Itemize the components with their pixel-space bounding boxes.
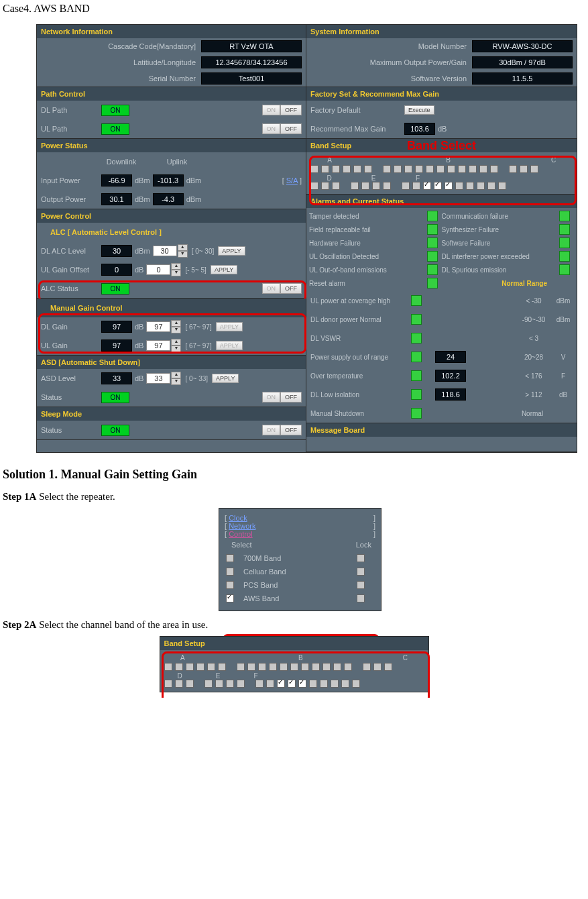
sw-label: Software Version: [411, 74, 467, 83]
status-indicator: [411, 295, 422, 306]
alarm-row-range: 20~28: [514, 354, 554, 361]
power-status-header: Power Status: [37, 139, 306, 152]
rmg-label: Recommend Max Gain: [310, 125, 404, 133]
ul-path-label: UL Path: [41, 125, 101, 133]
manual-shutdown-label: Manual Shutdown: [310, 410, 411, 417]
asd-off-button[interactable]: OFF: [280, 392, 302, 403]
output-power-label: Output Power: [41, 195, 101, 203]
power-control-header: Power Control: [37, 209, 306, 223]
status-indicator: [559, 264, 570, 275]
mop-label: Maximum Output Power/Gain: [370, 58, 467, 66]
step-1a-label: Step 1A: [3, 491, 36, 502]
ul-path-off-button[interactable]: OFF: [280, 123, 302, 134]
band-aws-checkbox[interactable]: [226, 594, 234, 602]
alarm-row-label: Power supply out of range: [310, 354, 411, 361]
band-setup-small-header: Band Setup: [160, 637, 428, 650]
status-indicator: [427, 264, 438, 275]
alarm-row-value: 102.2: [435, 370, 466, 382]
alc-subheader: ALC [ Automatic Level Control ]: [50, 228, 162, 236]
ul-offset-down[interactable]: ▼: [171, 270, 181, 276]
step-2a-label: Step 2A: [3, 619, 36, 630]
status-indicator: [411, 408, 422, 419]
sleep-on-button[interactable]: ON: [262, 425, 281, 435]
input-power-ul: -101.3: [153, 174, 184, 187]
alarm-row-label: UL power at coverage high: [310, 297, 411, 305]
status-indicator: [427, 278, 438, 288]
alarm-row-range: > 112: [514, 391, 554, 399]
alarm-row-value: 118.6: [435, 388, 466, 401]
case-title: Case4. AWS BAND: [3, 3, 585, 15]
output-power-dl: 30.1: [101, 193, 132, 205]
dl-alc-input[interactable]: 30: [153, 246, 177, 256]
alarm-row-unit: dB: [554, 391, 573, 399]
control-link[interactable]: Control: [229, 530, 252, 538]
ul-offset-up[interactable]: ▲: [171, 263, 181, 270]
asd-level-label: ASD Level: [41, 374, 101, 382]
execute-button[interactable]: Execute: [404, 105, 434, 115]
ul-offset-label: UL Gain Offset: [41, 266, 101, 274]
network-link[interactable]: Network: [229, 522, 255, 530]
sleep-status-label: Status: [41, 426, 101, 434]
asd-level-value: 33: [101, 372, 132, 384]
dl-alc-down[interactable]: ▼: [178, 251, 188, 258]
status-indicator: [411, 370, 422, 381]
uplink-col: Uplink: [160, 158, 194, 166]
asd-level-input[interactable]: 33: [146, 373, 170, 384]
dl-path-on-button[interactable]: ON: [262, 105, 281, 115]
clock-link[interactable]: Clock: [229, 514, 247, 522]
band-cellular-checkbox[interactable]: [226, 568, 234, 576]
band-aws-lock[interactable]: [357, 594, 365, 602]
sleep-mode-header: Sleep Mode: [37, 407, 306, 421]
alarm-row-label: DL Low isolation: [310, 391, 411, 399]
band-700m-lock[interactable]: [357, 554, 365, 562]
band-pcs-checkbox[interactable]: [226, 581, 234, 589]
cascade-value: RT VzW OTA: [201, 40, 302, 52]
ul-offset-apply[interactable]: APPLY: [211, 265, 237, 274]
manual-shutdown-value: Normal: [492, 410, 573, 417]
status-indicator: [411, 352, 422, 362]
ul-offset-value: 0: [101, 264, 132, 276]
asd-down[interactable]: ▼: [171, 378, 181, 385]
network-info-header: Network Information: [37, 25, 306, 38]
downlink-col: Downlink: [101, 158, 141, 166]
sa-link[interactable]: S/A: [286, 176, 298, 184]
alarm-row-label: DL VSWR: [310, 335, 411, 342]
alarm-row-unit: dBm: [554, 297, 573, 305]
solution-title: Solution 1. Manual Gain Setting Gain: [3, 468, 585, 482]
ul-offset-input[interactable]: 0: [146, 264, 170, 275]
alarm-row-label: Over temperature: [310, 372, 411, 380]
status-indicator: [559, 224, 570, 235]
dl-path-status: ON: [101, 105, 129, 116]
input-power-dl: -66.9: [101, 174, 132, 187]
band-cellular-lock[interactable]: [357, 568, 365, 576]
alarm-row-label: DL donor power Normal: [310, 316, 411, 323]
factory-default-label: Factory Default: [310, 106, 404, 114]
dl-alc-value: 30: [101, 245, 132, 257]
band-select-annotation: Band Select: [407, 139, 476, 153]
asd-on-button[interactable]: ON: [262, 392, 281, 403]
ul-path-status: ON: [101, 123, 129, 135]
dl-alc-up[interactable]: ▲: [178, 244, 188, 251]
message-board-header: Message Board: [306, 423, 577, 437]
dl-path-off-button[interactable]: OFF: [280, 105, 302, 115]
alarm-row-unit: F: [554, 372, 573, 380]
latlon-label: Latitiude/Longitude: [133, 58, 196, 66]
asd-apply[interactable]: APPLY: [212, 374, 239, 383]
ul-path-on-button[interactable]: ON: [262, 123, 281, 134]
status-indicator: [559, 251, 570, 262]
status-indicator: [559, 237, 570, 248]
alarm-row-range: < -30: [514, 297, 554, 305]
alarm-row-unit: dBm: [554, 316, 573, 323]
status-indicator: [411, 314, 422, 325]
band-700m-checkbox[interactable]: [226, 554, 234, 562]
band-pcs-lock[interactable]: [357, 581, 365, 589]
cascade-label: Cascade Code[Mandatory]: [108, 42, 196, 50]
output-power-ul: -4.3: [153, 193, 184, 205]
sleep-off-button[interactable]: OFF: [280, 425, 302, 435]
status-indicator: [411, 389, 422, 400]
status-indicator: [427, 251, 438, 262]
asd-header: ASD [Automatic Shut Down]: [37, 356, 306, 369]
asd-up[interactable]: ▲: [171, 372, 181, 378]
dl-alc-apply[interactable]: APPLY: [218, 246, 245, 256]
status-indicator: [411, 333, 422, 343]
